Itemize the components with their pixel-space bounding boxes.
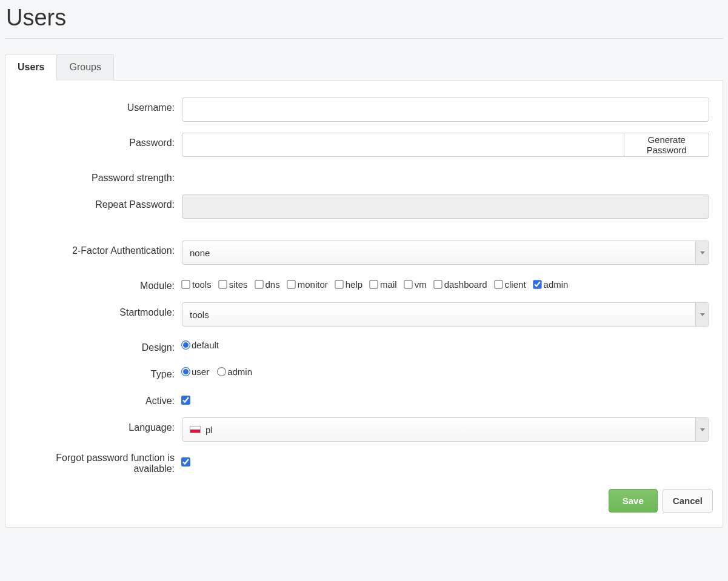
tab-users[interactable]: Users — [5, 54, 57, 81]
design-radio-label: default — [192, 340, 219, 350]
module-checkbox-input-admin[interactable] — [533, 280, 541, 288]
module-checkbox-label: help — [346, 279, 362, 290]
type-radio-user[interactable]: user — [182, 367, 209, 377]
two-factor-label: 2-Factor Authentication: — [15, 241, 182, 256]
flag-icon — [190, 426, 201, 433]
module-checkbox-client[interactable]: client — [495, 279, 526, 290]
module-checkbox-input-vm[interactable] — [404, 280, 412, 288]
two-factor-select[interactable]: none — [182, 241, 709, 265]
module-checkbox-vm[interactable]: vm — [404, 279, 427, 290]
type-radio-input-admin[interactable] — [217, 367, 226, 376]
password-label: Password: — [15, 133, 182, 148]
module-checkbox-label: dns — [265, 279, 280, 290]
module-checkbox-input-monitor[interactable] — [287, 280, 295, 288]
module-checkbox-sites[interactable]: sites — [219, 279, 248, 290]
module-checkbox-dashboard[interactable]: dashboard — [434, 279, 487, 290]
module-checkbox-tools[interactable]: tools — [182, 279, 212, 290]
tab-bar: Users Groups — [5, 53, 723, 81]
module-checkbox-label: tools — [192, 279, 212, 290]
password-input[interactable] — [182, 133, 624, 157]
module-checkbox-label: sites — [229, 279, 248, 290]
username-label: Username: — [15, 98, 182, 113]
header-divider — [5, 38, 723, 39]
forgot-password-label: Forgot password function is available: — [15, 453, 182, 474]
module-checkbox-input-mail[interactable] — [369, 280, 378, 288]
module-checkbox-label: admin — [544, 279, 569, 290]
module-checkbox-input-tools[interactable] — [181, 280, 190, 288]
module-checkbox-input-dns[interactable] — [255, 280, 263, 288]
design-label: Design: — [15, 337, 182, 353]
type-radio-group: useradmin — [182, 364, 709, 377]
module-checkbox-input-dashboard[interactable] — [433, 280, 442, 288]
type-label: Type: — [15, 364, 182, 380]
two-factor-selected: none — [190, 248, 210, 258]
module-checkbox-group: toolssitesdnsmonitorhelpmailvmdashboardc… — [182, 276, 709, 290]
module-checkbox-input-sites[interactable] — [218, 280, 227, 288]
module-checkbox-label: monitor — [298, 279, 328, 290]
startmodule-select[interactable]: tools — [182, 302, 709, 327]
design-radio-default[interactable]: default — [182, 340, 219, 350]
chevron-down-icon — [695, 418, 709, 441]
forgot-password-checkbox[interactable] — [181, 457, 190, 466]
module-checkbox-label: dashboard — [444, 279, 487, 290]
cancel-button[interactable]: Cancel — [663, 489, 713, 513]
type-radio-admin[interactable]: admin — [218, 367, 252, 377]
save-button[interactable]: Save — [609, 489, 658, 513]
startmodule-label: Startmodule: — [15, 302, 182, 318]
module-label: Module: — [15, 276, 182, 291]
startmodule-selected: tools — [190, 310, 209, 320]
language-select[interactable]: pl — [182, 417, 709, 442]
type-radio-label: user — [192, 367, 209, 377]
design-radio-group: default — [182, 337, 709, 350]
type-radio-label: admin — [227, 367, 252, 377]
page-title: Users — [6, 5, 723, 31]
module-checkbox-input-help[interactable] — [335, 280, 343, 288]
chevron-down-icon — [695, 303, 709, 326]
design-radio-input-default[interactable] — [181, 340, 190, 350]
repeat-password-input[interactable] — [182, 194, 709, 219]
language-label: Language: — [15, 417, 182, 433]
module-checkbox-dns[interactable]: dns — [255, 279, 280, 290]
chevron-down-icon — [695, 241, 709, 264]
action-bar: Save Cancel — [15, 485, 713, 513]
module-checkbox-label: client — [505, 279, 526, 290]
module-checkbox-admin[interactable]: admin — [533, 279, 569, 290]
generate-password-button[interactable]: Generate Password — [624, 133, 709, 157]
module-checkbox-help[interactable]: help — [335, 279, 362, 290]
active-checkbox[interactable] — [181, 396, 190, 405]
module-checkbox-mail[interactable]: mail — [370, 279, 397, 290]
language-selected: pl — [205, 425, 213, 435]
module-checkbox-input-client[interactable] — [494, 280, 503, 288]
form-panel: Username: Password: Generate Password Pa… — [5, 81, 723, 528]
active-label: Active: — [15, 391, 182, 407]
tab-groups[interactable]: Groups — [56, 54, 113, 81]
type-radio-input-user[interactable] — [181, 367, 190, 376]
repeat-password-label: Repeat Password: — [15, 194, 182, 210]
module-checkbox-monitor[interactable]: monitor — [287, 279, 328, 290]
module-checkbox-label: mail — [380, 279, 397, 290]
module-checkbox-label: vm — [415, 279, 427, 290]
username-input[interactable] — [182, 98, 709, 122]
password-strength-label: Password strength: — [15, 168, 182, 184]
